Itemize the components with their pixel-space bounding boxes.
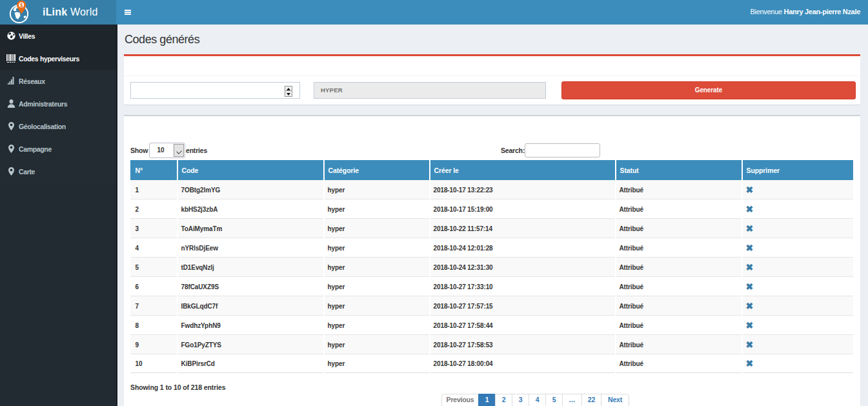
svg-text:$: $ (20, 3, 23, 8)
